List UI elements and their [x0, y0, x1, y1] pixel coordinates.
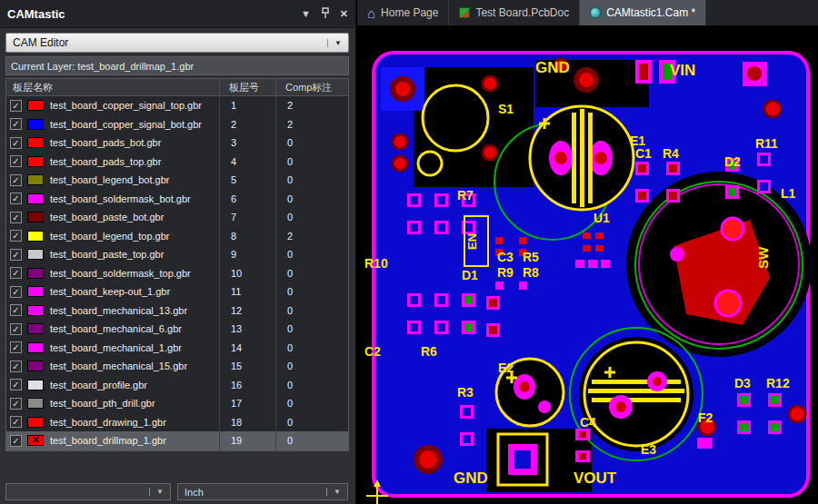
layer-row[interactable]: ✓test_board_mechanical_6.gbr130 [6, 320, 348, 339]
panel-title: CAMtastic [7, 7, 65, 21]
layer-visibility-checkbox[interactable]: ✓ [10, 398, 22, 410]
layer-color-swatch[interactable] [27, 286, 44, 297]
silkscreen-label: R10 [364, 256, 388, 271]
layer-color-swatch[interactable] [27, 212, 44, 222]
cam-editor-select[interactable]: CAM Editor ▼ [5, 33, 349, 53]
pcb-canvas[interactable]: GNDVINS1E1C1R4R11D2L1R7U1ENC3R5R9R8R10D1… [357, 25, 818, 504]
pcb-viewport[interactable]: GNDVINS1E1C1R4R11D2L1R7U1ENC3R5R9R8R10D1… [357, 25, 818, 504]
layer-comp-count: 0 [275, 245, 348, 264]
layer-visibility-checkbox[interactable]: ✓ [10, 361, 22, 372]
pin-icon[interactable] [321, 7, 330, 21]
layer-comp-count: 0 [275, 282, 348, 301]
layer-comp-count: 0 [275, 133, 348, 153]
layer-visibility-checkbox[interactable]: ✓ [10, 137, 22, 149]
mounting-pad [416, 448, 440, 471]
silkscreen-label: SW [755, 246, 771, 269]
tab-home-page[interactable]: ⌂ Home Page [357, 0, 449, 25]
layer-row[interactable]: ✓test_board_mechanical_15.gbr150 [6, 357, 348, 376]
layer-row[interactable]: ✓test_board_mechanical_1.gbr140 [6, 339, 348, 358]
layer-visibility-checkbox[interactable]: ✓ [10, 267, 22, 279]
layer-row[interactable]: ✓test_board_soldermask_top.gbr100 [6, 264, 348, 283]
layer-number: 13 [219, 320, 275, 339]
layer-color-swatch[interactable] [27, 249, 44, 260]
shade-dropdown-icon[interactable]: ▼ [301, 8, 311, 19]
layer-color-swatch[interactable] [27, 361, 44, 371]
layer-comp-count: 2 [275, 227, 348, 246]
layer-row[interactable]: ✓test_board_mechanical_13.gbr120 [6, 301, 348, 321]
layer-color-swatch[interactable] [27, 137, 44, 148]
layer-number: 19 [219, 431, 275, 450]
layer-visibility-checkbox[interactable]: ✓ [10, 100, 22, 112]
layer-row[interactable]: ✓test_board_soldermask_bot.gbr60 [6, 190, 348, 209]
layer-visibility-checkbox[interactable]: ✓ [10, 193, 22, 204]
camtastic-panel: CAMtastic ▼ ✕ CAM Editor ▼ Current Layer… [0, 0, 356, 504]
layer-row[interactable]: ✓test_board_pads_bot.gbr30 [6, 133, 348, 153]
layer-color-swatch[interactable] [27, 417, 44, 428]
layer-row[interactable]: ✓✕test_board_drillmap_1.gbr190 [6, 431, 348, 450]
units-select[interactable]: Inch ▼ [177, 483, 348, 500]
layer-number: 4 [219, 153, 275, 172]
layer-color-swatch[interactable]: ✕ [27, 435, 44, 446]
layer-comp-count: 0 [275, 320, 348, 339]
layer-color-swatch[interactable] [27, 231, 44, 242]
layer-visibility-checkbox[interactable]: ✓ [10, 323, 22, 335]
layer-number: 18 [219, 413, 275, 432]
layer-row[interactable]: ✓test_board_profile.gbr160 [6, 376, 348, 395]
layer-table-header: 板层名称 板层号 Comp标注 [6, 79, 348, 96]
layer-visibility-checkbox[interactable]: ✓ [10, 379, 22, 390]
tab-camtastic[interactable]: CAMtastic1.Cam * [580, 0, 706, 25]
pcb-document-icon [459, 7, 470, 18]
layer-color-swatch[interactable] [27, 174, 44, 185]
layer-visibility-checkbox[interactable]: ✓ [10, 118, 22, 130]
layer-row[interactable]: ✓test_board_copper_signal_bot.gbr22 [6, 115, 348, 134]
layer-visibility-checkbox[interactable]: ✓ [10, 174, 22, 186]
tab-pcbdoc[interactable]: Test Board.PcbDoc [449, 0, 580, 25]
layer-color-swatch[interactable] [27, 342, 44, 353]
col-header-layer-number[interactable]: 板层号 [219, 79, 275, 95]
layer-color-swatch[interactable] [27, 398, 44, 409]
layer-color-swatch[interactable] [27, 268, 44, 279]
layer-row[interactable]: ✓test_board_pads_top.gbr40 [6, 153, 348, 172]
layer-color-swatch[interactable] [27, 156, 44, 167]
layer-visibility-checkbox[interactable]: ✓ [10, 155, 22, 167]
layer-visibility-checkbox[interactable]: ✓ [10, 230, 22, 242]
layer-color-swatch[interactable] [27, 380, 44, 390]
layer-visibility-checkbox[interactable]: ✓ [10, 249, 22, 261]
col-header-layer-name[interactable]: 板层名称 [6, 79, 219, 95]
cam-editor-select-value: CAM Editor [13, 36, 68, 49]
layer-visibility-checkbox[interactable]: ✓ [10, 341, 22, 353]
layer-row[interactable]: ✓test_board_copper_signal_top.gbr12 [6, 96, 348, 115]
layer-number: 3 [219, 133, 275, 153]
layer-comp-count: 2 [275, 115, 348, 134]
layer-color-swatch[interactable] [27, 305, 44, 316]
layer-visibility-checkbox[interactable]: ✓ [10, 435, 22, 447]
layer-row[interactable]: ✓test_board_paste_top.gbr90 [6, 245, 348, 264]
layer-row[interactable]: ✓test_board_paste_bot.gbr70 [6, 208, 348, 227]
layer-visibility-checkbox[interactable]: ✓ [10, 416, 22, 428]
layer-quick-select[interactable]: ▼ [5, 483, 171, 500]
silkscreen-label: R12 [766, 376, 790, 390]
silkscreen-label: R6 [421, 344, 437, 359]
layer-color-swatch[interactable] [27, 119, 44, 130]
layer-name: test_board_mechanical_6.gbr [46, 323, 219, 334]
layer-color-swatch[interactable] [27, 193, 44, 204]
close-icon[interactable]: ✕ [340, 8, 348, 20]
layer-row[interactable]: ✓test_board_keep-out_1.gbr110 [6, 282, 348, 301]
layer-row[interactable]: ✓test_board_drawing_1.gbr180 [6, 413, 348, 432]
document-area: ⌂ Home Page Test Board.PcbDoc CAMtastic1… [357, 0, 818, 504]
silkscreen-label: R11 [755, 136, 778, 151]
layer-visibility-checkbox[interactable]: ✓ [10, 286, 22, 298]
layer-comp-count: 0 [275, 431, 348, 450]
layer-row[interactable]: ✓test_board_legend_bot.gbr50 [6, 171, 348, 190]
tab-label: Test Board.PcbDoc [475, 6, 569, 19]
layer-color-swatch[interactable] [27, 323, 44, 334]
col-header-comp[interactable]: Comp标注 [275, 79, 348, 95]
layer-row[interactable]: ✓test_board_pth_drill.gbr170 [6, 394, 348, 413]
layer-number: 16 [219, 376, 275, 395]
layer-color-swatch[interactable] [27, 100, 44, 111]
layer-visibility-checkbox[interactable]: ✓ [10, 304, 22, 316]
layer-comp-count: 0 [275, 190, 348, 209]
layer-name: test_board_drawing_1.gbr [46, 417, 219, 428]
layer-row[interactable]: ✓test_board_legend_top.gbr82 [6, 227, 348, 246]
layer-visibility-checkbox[interactable]: ✓ [10, 212, 22, 223]
